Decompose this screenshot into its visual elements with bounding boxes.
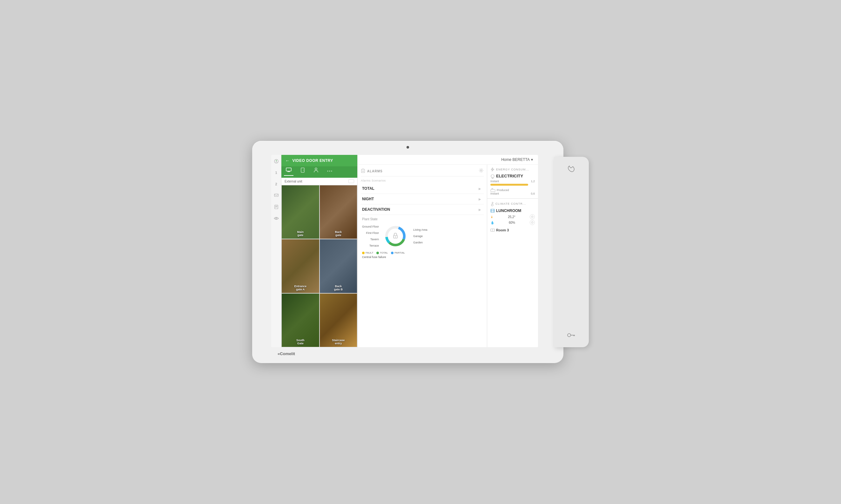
comelit-logo: «Comelit (278, 352, 295, 356)
camera-cell-staircase-entry[interactable]: Staircaseentry (319, 293, 357, 347)
camera-cell-back-gate[interactable]: Backgate (319, 185, 357, 239)
nav-1-icon[interactable]: 1 (273, 169, 280, 176)
floor-label-first: First Floor (362, 231, 379, 235)
scenario-deactivation-name: DEACTIVATION (362, 207, 390, 212)
alarms-settings-icon[interactable] (479, 168, 484, 174)
scenario-total[interactable]: TOTAL ▶ (361, 183, 484, 194)
vde-tab-door[interactable] (299, 166, 307, 176)
scenario-total-name: TOTAL (362, 186, 374, 191)
legend-fault-dot (362, 252, 365, 254)
floor-label-ground: Ground Floor (362, 225, 379, 228)
plant-state-title: Plant State (362, 217, 483, 221)
svg-rect-34 (491, 190, 495, 192)
camera-cell-back-gate-b[interactable]: Backgate B (319, 239, 357, 293)
legend-partial-label: PARTIAL (395, 251, 405, 254)
room-humidity-value: 60% (509, 221, 515, 224)
nav-eye-icon[interactable] (273, 215, 280, 221)
plant-state-content: Ground Floor First Floor Tavern Terrace (362, 223, 483, 249)
home-label: Home BERETTA (501, 158, 530, 162)
main-content: Home BERETTA ▾ (357, 155, 538, 347)
vde-tab-monitor[interactable] (284, 166, 294, 176)
climate-title: CLIMATE CONTR... (495, 202, 526, 205)
room-humidity-stat: 💧 60% (490, 220, 535, 225)
room-lunchroom: LUNCHROOM 🌡 25,2° (490, 208, 535, 225)
energy-produced-instant-label: Instant (490, 192, 499, 195)
side-panel-bottom (566, 329, 577, 341)
external-unit-connect-btn[interactable] (348, 179, 354, 183)
comelit-brand-text: «Comelit (278, 352, 295, 356)
camera-label-back-gate-b: Backgate B (320, 285, 357, 291)
external-unit-bar: External unit (281, 178, 357, 185)
scenario-night-play[interactable]: ▶ (477, 196, 483, 201)
camera-label-back-gate: Backgate (320, 230, 357, 237)
camera-cell-entrance-gate-a[interactable]: Entrancegate A (281, 239, 319, 293)
room-lunchroom-name: LUNCHROOM (490, 208, 535, 213)
svg-point-24 (480, 170, 482, 172)
camera-dot (406, 146, 409, 148)
room-humidity-control[interactable] (530, 220, 535, 225)
energy-produced-section: Produced Instant 0,6 (490, 188, 535, 195)
nav-document-icon[interactable] (273, 204, 280, 210)
phone-icon[interactable] (566, 163, 577, 175)
right-panels: ENERGY CONSUM... ELECTRICITY (487, 165, 538, 347)
svg-marker-2 (276, 161, 277, 163)
camera-cell-south-gate[interactable]: SouthGate (281, 293, 319, 347)
legend-fault-label: FAULT (366, 251, 373, 254)
energy-panel: ENERGY CONSUM... ELECTRICITY (487, 165, 538, 199)
energy-instant-row: Instant 1,2 (490, 180, 535, 183)
energy-header: ENERGY CONSUM... (490, 167, 535, 172)
svg-line-5 (276, 195, 278, 196)
alarms-panel: ALARMS Alarms Scenarios TOTAL (357, 165, 487, 347)
home-selector[interactable]: Home BERETTA ▾ (501, 158, 533, 162)
room3-item[interactable]: Room 3 (490, 228, 535, 232)
svg-line-4 (275, 195, 276, 196)
energy-produced-instant-row: Instant 0,6 (490, 192, 535, 195)
vde-tabs (281, 166, 357, 178)
svg-marker-1 (276, 160, 277, 161)
scenario-night[interactable]: NIGHT ▶ (361, 194, 484, 204)
vde-title: VIDEO DOOR ENTRY (293, 158, 333, 163)
camera-label-staircase-entry: Staircaseentry (320, 339, 357, 345)
room3-label-text: Room 3 (496, 228, 509, 232)
svg-rect-15 (301, 168, 304, 172)
temp-icon: 🌡 (490, 215, 493, 219)
energy-electricity-label: ELECTRICITY (496, 174, 523, 178)
camera-label-main-gate: Maingate (282, 230, 319, 237)
vde-panel: ← VIDEO DOOR ENTRY (281, 155, 357, 347)
top-bar: Home BERETTA ▾ (357, 155, 538, 165)
scenario-night-name: NIGHT (362, 197, 374, 201)
room-temp-stat: 🌡 25,2° (490, 214, 535, 219)
scenario-deactivation[interactable]: DEACTIVATION ▶ (361, 204, 484, 215)
svg-point-16 (303, 170, 304, 170)
floor-label-garage: Garage (413, 235, 427, 238)
climate-header: CLIMATE CONTR... (490, 201, 535, 206)
energy-produced-instant-value: 0,6 (531, 192, 535, 195)
nav-compass-icon[interactable] (273, 158, 280, 164)
nav-message-icon[interactable] (273, 192, 280, 199)
plant-state-section: Plant State Ground Floor First Floor Tav… (361, 215, 484, 261)
scenario-total-play[interactable]: ▶ (477, 186, 483, 191)
legend-row: FAULT TOTAL PARTIAL (362, 251, 483, 254)
camera-cell-main-gate[interactable]: Maingate (281, 185, 319, 239)
floor-label-garden: Garden (413, 241, 427, 244)
legend-partial: PARTIAL (391, 251, 405, 254)
key-icon[interactable] (566, 329, 577, 341)
vde-tab-more[interactable] (325, 166, 334, 176)
room-temp-control[interactable] (530, 214, 535, 219)
camera-label-south-gate: SouthGate (282, 339, 319, 345)
humidity-icon: 💧 (490, 221, 494, 224)
legend-total-dot (376, 252, 379, 254)
svg-point-20 (331, 171, 332, 172)
screen: 1 2 (271, 155, 538, 347)
alarms-title: ALARMS (367, 169, 383, 173)
floor-labels-right: Living Area Garage Garden (413, 228, 427, 244)
energy-instant-label: Instant (490, 180, 499, 183)
legend-total: TOTAL (376, 251, 388, 254)
floor-label-terrace: Terrace (362, 244, 379, 247)
nav-2-icon[interactable]: 2 (273, 181, 280, 187)
floor-label-tavern: Tavern (362, 238, 379, 241)
scenario-deactivation-play[interactable]: ▶ (477, 207, 483, 212)
back-arrow-icon[interactable]: ← (285, 158, 290, 163)
vde-tab-person[interactable] (312, 166, 320, 176)
svg-point-19 (329, 171, 330, 172)
